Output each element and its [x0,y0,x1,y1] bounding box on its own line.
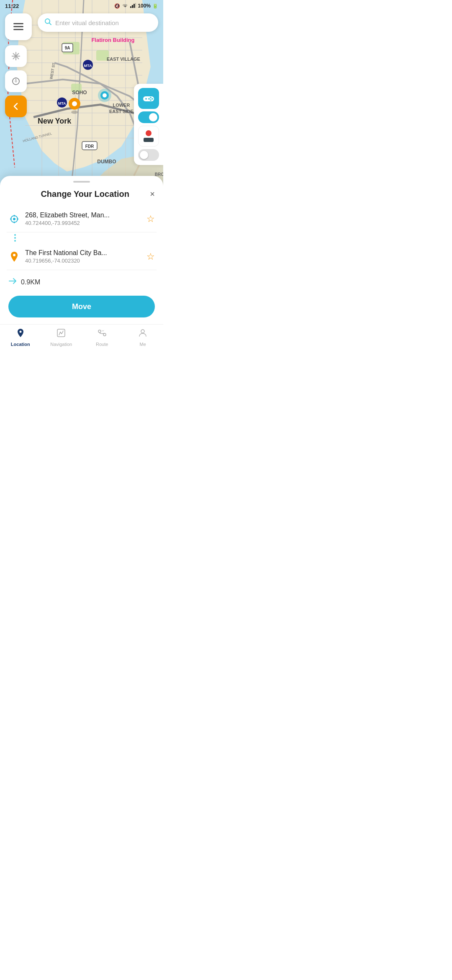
svg-rect-1 [132,5,133,8]
bottom-nav: Location Navigation Route [0,324,163,353]
nav-location-icon [15,328,26,340]
svg-point-31 [72,101,77,106]
location-1-details: 268, Elizabeth Street, Man... 40.724400,… [25,211,141,226]
toggle-on[interactable] [138,111,159,123]
close-button[interactable]: × [150,189,155,199]
status-time: 11:22 [5,3,19,9]
svg-point-72 [13,218,15,220]
nav-me-icon [138,328,148,340]
distance-arrow-icon [8,277,17,287]
nav-location-label: Location [11,342,30,347]
svg-text:LOWER: LOWER [113,103,130,108]
nav-me-label: Me [140,342,146,347]
location-2-star[interactable]: ☆ [146,251,155,262]
menu-button[interactable] [5,13,32,40]
svg-rect-53 [13,23,23,24]
svg-rect-0 [130,6,131,8]
svg-text:9A: 9A [65,46,70,50]
svg-text:EAST VILLAGE: EAST VILLAGE [107,57,140,62]
battery-icon: 🔋 [152,3,158,9]
location-item-2[interactable]: The First National City Ba... 40.719656,… [7,243,157,270]
signal-icon [130,3,136,9]
move-button-label: Move [72,302,91,311]
location-1-name: 268, Elizabeth Street, Man... [25,211,141,219]
snowflake-button[interactable] [5,45,27,67]
svg-point-80 [60,332,61,333]
location-list: 268, Elizabeth Street, Man... 40.724400,… [0,206,163,270]
distance-value: 0.9KM [21,279,40,286]
move-button[interactable]: Move [8,296,155,317]
status-icons: 🔇 100% 🔋 [114,3,158,9]
svg-rect-70 [146,98,146,100]
location-2-details: The First National City Ba... 40.719656,… [25,249,141,264]
nav-route-label: Route [96,342,108,347]
nav-navigation-icon [56,328,66,340]
svg-rect-2 [134,4,135,8]
location-2-name: The First National City Ba... [25,249,141,257]
right-panel [134,84,163,165]
distance-row: 0.9KM [0,270,163,294]
svg-text:New York: New York [38,117,72,125]
svg-text:MTA: MTA [84,64,92,68]
svg-text:SOHO: SOHO [72,90,87,95]
svg-point-66 [152,98,153,100]
svg-point-83 [141,330,144,333]
svg-point-29 [71,111,78,114]
svg-point-60 [15,55,17,57]
svg-point-67 [148,98,150,100]
svg-text:BROU...: BROU... [155,172,163,177]
battery-text: 100% [138,3,151,9]
toggle-knob-off [140,151,148,159]
wifi-icon [122,3,128,9]
location-center-button[interactable] [5,70,27,92]
search-placeholder: Enter vitual destination [55,19,119,26]
left-buttons [5,45,27,117]
svg-point-77 [13,254,15,256]
nav-navigation-label: Navigation [50,342,72,347]
svg-text:DUMBO: DUMBO [97,159,116,165]
location-item-1[interactable]: 268, Elizabeth Street, Man... 40.724400,… [7,206,157,232]
mute-icon: 🔇 [114,3,120,9]
search-bar[interactable]: Enter vitual destination [38,13,158,32]
joystick-icon[interactable] [138,126,159,147]
bottom-sheet: Change Your Location × 268, Elizabeth St… [0,176,163,324]
toggle-knob [149,113,157,121]
location-target-icon [8,214,20,224]
sheet-title: Change Your Location [20,189,150,199]
status-bar: 11:22 🔇 100% 🔋 [0,0,163,12]
svg-rect-3 [135,3,136,8]
svg-text:MTA: MTA [58,101,66,106]
nav-item-me[interactable]: Me [123,328,164,347]
svg-rect-54 [13,26,23,27]
nav-item-navigation[interactable]: Navigation [41,328,82,347]
dots-connector [7,232,157,243]
svg-point-81 [98,330,101,333]
game-controller-icon[interactable] [138,88,159,109]
back-button[interactable] [5,95,27,117]
svg-point-34 [103,93,107,98]
search-icon [44,18,52,28]
location-2-coords: 40.719656,-74.002320 [25,258,141,264]
svg-line-52 [49,23,51,25]
location-1-star[interactable]: ☆ [146,214,155,224]
nav-item-route[interactable]: Route [82,328,123,347]
toggle-off[interactable] [138,149,159,161]
svg-point-78 [19,331,21,333]
nav-route-icon [97,328,107,340]
dot-2 [14,237,16,239]
svg-text:FDR: FDR [85,144,94,149]
nav-item-location[interactable]: Location [0,328,41,347]
sheet-header: Change Your Location × [0,189,163,206]
svg-text:Flatiron Building: Flatiron Building [91,37,134,43]
svg-rect-55 [13,29,23,30]
dot-3 [14,240,16,242]
svg-point-65 [150,97,152,98]
svg-point-68 [150,99,152,101]
dot-1 [14,234,16,236]
location-pin-icon [8,252,20,262]
svg-text:EAST SIDE: EAST SIDE [109,109,134,114]
location-1-coords: 40.724400,-73.993452 [25,220,141,226]
sheet-handle [73,181,90,183]
